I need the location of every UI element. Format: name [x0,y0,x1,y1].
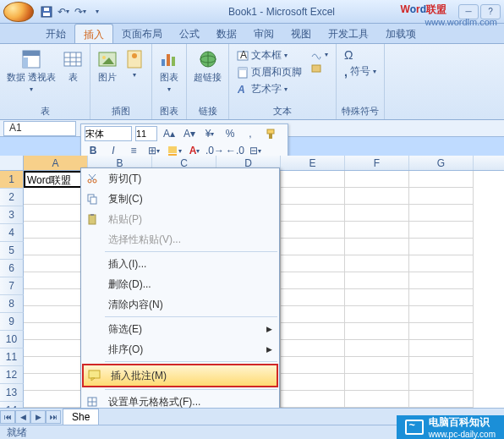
col-header-E[interactable]: E [281,156,345,170]
row-header-7[interactable]: 7 [0,277,24,295]
row-header-11[interactable]: 11 [0,348,24,366]
qat-more-icon[interactable]: ▾ [90,4,105,19]
row-header-5[interactable]: 5 [0,242,24,260]
row-header-9[interactable]: 9 [0,313,24,331]
ctx-insert-comment[interactable]: 插入批注(M) [82,364,278,387]
cell[interactable] [409,374,474,391]
tab-addin[interactable]: 加载项 [377,24,425,43]
col-header-A[interactable]: A [24,156,88,170]
table-button[interactable]: 表 [61,47,85,85]
textbox-button[interactable]: A文本框 ▾ [234,47,304,63]
cell[interactable] [409,171,474,188]
qat-save-icon[interactable] [39,4,54,19]
tab-data[interactable]: 数据 [208,24,245,43]
cell[interactable] [345,239,409,255]
cell[interactable] [409,323,474,340]
cell[interactable] [24,357,88,374]
mini-font-select[interactable] [85,126,132,141]
format-painter-icon[interactable] [262,126,279,141]
ctx-paste-special[interactable]: 选择性粘贴(V)... [81,229,279,250]
pivot-table-button[interactable]: 数据 透视表▾ [5,47,58,95]
sheet-nav-next[interactable]: ▶ [30,410,46,424]
row-header-10[interactable]: 10 [0,331,24,348]
header-footer-button[interactable]: 页眉和页脚 [234,64,304,80]
row-header-1[interactable]: 1 [0,171,24,189]
row-header-3[interactable]: 3 [0,206,24,224]
cell[interactable] [281,171,345,188]
row-header-6[interactable]: 6 [0,260,24,277]
cell[interactable] [281,239,345,255]
sheet-nav-first[interactable]: ⏮ [0,410,15,424]
cell[interactable] [24,340,88,357]
cell[interactable] [409,289,474,306]
name-box[interactable]: A1 [3,121,76,136]
cell[interactable] [345,306,409,323]
tab-view[interactable]: 视图 [282,24,320,43]
cell[interactable] [24,255,88,272]
cell[interactable] [281,391,345,408]
cell[interactable] [345,222,409,239]
cell[interactable] [281,357,345,374]
cell[interactable] [24,272,88,289]
cell[interactable] [409,306,474,323]
cell[interactable] [409,205,474,222]
cell[interactable] [345,205,409,222]
comma-style-icon[interactable]: , [242,126,259,141]
hyperlink-button[interactable]: 超链接 [192,47,223,85]
mini-size-select[interactable] [135,126,157,141]
cell[interactable] [345,188,409,205]
ctx-clear[interactable]: 清除内容(N) [81,294,279,315]
decrease-font-icon[interactable]: A▾ [181,126,198,141]
omega-button[interactable]: Ω [342,47,379,63]
cell[interactable] [281,289,345,306]
cell[interactable] [345,323,409,340]
signature-button[interactable]: ▾ [308,47,331,61]
percent-icon[interactable]: % [222,126,238,141]
cell[interactable] [345,340,409,357]
cell[interactable] [281,272,345,289]
cell[interactable]: Word联盟 [24,171,88,188]
cell[interactable] [345,374,409,391]
cell[interactable] [281,205,345,222]
object-button[interactable] [308,62,331,75]
cell[interactable] [281,323,345,340]
select-all-button[interactable] [0,156,24,171]
cell[interactable] [345,289,409,306]
picture-button[interactable]: 图片 [96,47,119,85]
cell[interactable] [409,391,474,408]
cell[interactable] [24,289,88,306]
ctx-sort[interactable]: 排序(O)▶ [81,339,279,359]
ctx-cut[interactable]: 剪切(T) [81,168,279,189]
accounting-format-icon[interactable]: ¥▾ [201,126,218,141]
cell[interactable] [345,171,409,188]
row-header-12[interactable]: 12 [0,366,24,384]
ctx-filter[interactable]: 筛选(E)▶ [81,319,279,339]
sheet-tab[interactable]: She [63,409,99,425]
cell[interactable] [281,340,345,357]
wordart-button[interactable]: A艺术字 ▾ [234,81,304,97]
cell[interactable] [24,391,88,408]
cell[interactable] [409,255,474,272]
row-header-13[interactable]: 13 [0,384,24,402]
cell[interactable] [345,391,409,408]
comma-button[interactable]: ,符号 ▾ [342,63,379,80]
cell[interactable] [281,255,345,272]
ctx-copy[interactable]: 复制(C) [81,189,279,209]
ctx-insert[interactable]: 插入(I)... [81,254,279,274]
cell[interactable] [24,323,88,340]
chart-button[interactable]: 图表▾ [157,47,181,95]
increase-font-icon[interactable]: A▴ [161,126,178,141]
cell[interactable] [281,374,345,391]
cell[interactable] [24,222,88,239]
ctx-delete[interactable]: 删除(D)... [81,274,279,294]
col-header-F[interactable]: F [345,156,409,170]
cell[interactable] [24,374,88,391]
clipart-button[interactable]: ▾ [123,47,146,80]
cell[interactable] [24,239,88,255]
cell[interactable] [409,357,474,374]
cell[interactable] [281,188,345,205]
cell[interactable] [24,306,88,323]
col-header-G[interactable]: G [409,156,474,170]
ctx-paste[interactable]: 粘贴(P) [81,209,279,229]
row-header-2[interactable]: 2 [0,189,24,206]
